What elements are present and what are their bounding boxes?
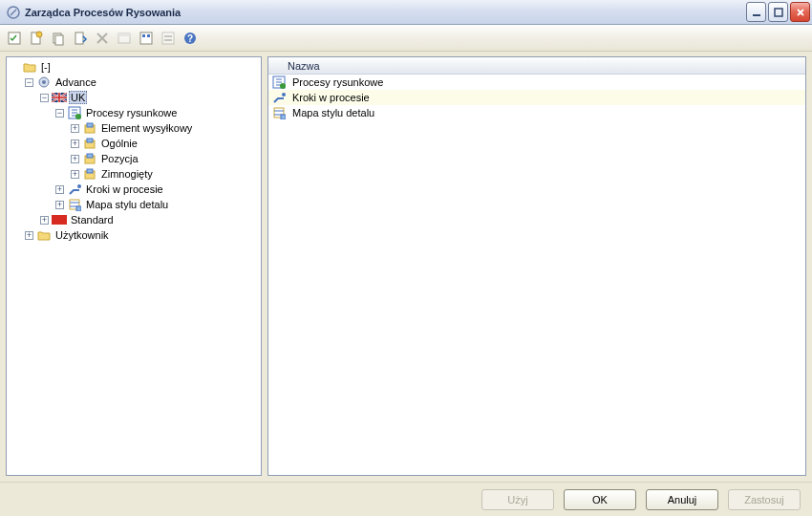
process-icon (271, 75, 287, 90)
close-button[interactable] (790, 2, 810, 22)
list-panel: Nazwa Procesy rysunkowe Kroki w procesie… (267, 56, 806, 476)
titlebar: Zarządca Procesów Rysowania (0, 0, 812, 25)
gear-icon (36, 75, 52, 90)
svg-rect-13 (147, 34, 150, 37)
list-item[interactable]: Kroki w procesie (268, 90, 805, 105)
tree-kroki[interactable]: + Kroki w procesie (7, 182, 261, 197)
folder-item-icon (82, 136, 97, 151)
tree-procesy[interactable]: − Procesy rysunkowe (7, 105, 261, 120)
ok-button[interactable]: OK (564, 489, 636, 510)
delete-icon[interactable] (92, 28, 113, 49)
flag-red-icon (52, 212, 67, 227)
svg-rect-14 (162, 32, 174, 44)
svg-rect-31 (87, 169, 93, 173)
list-item[interactable]: Procesy rysunkowe (268, 75, 805, 90)
svg-point-38 (282, 93, 286, 97)
tree-uzytkownik[interactable]: + Użytkownik (7, 227, 261, 243)
tree-uk[interactable]: − UK (7, 90, 261, 105)
svg-rect-1 (753, 14, 760, 16)
cancel-button[interactable]: Anuluj (646, 489, 718, 510)
new-doc-icon[interactable] (26, 28, 47, 49)
svg-rect-34 (76, 206, 81, 211)
tree-element[interactable]: + Element wysyłkowy (7, 120, 261, 136)
svg-point-5 (36, 32, 42, 37)
svg-rect-25 (87, 123, 93, 127)
collapse-icon[interactable]: − (40, 94, 49, 102)
folder-item-icon (82, 151, 97, 166)
svg-text:?: ? (187, 33, 193, 44)
collapse-icon[interactable]: − (55, 109, 64, 118)
steps-icon (271, 90, 287, 105)
collapse-icon[interactable]: − (25, 78, 33, 87)
tree-standard[interactable]: + Standard (7, 212, 261, 227)
map-icon (271, 105, 287, 120)
tree-root[interactable]: [-] (7, 59, 261, 75)
folder-icon (36, 227, 52, 243)
tree-zimno[interactable]: + Zimnogięty (7, 166, 261, 182)
folder-item-icon (82, 166, 97, 182)
list-item[interactable]: Mapa stylu detalu (268, 105, 805, 120)
list-header-name[interactable]: Nazwa (268, 57, 805, 75)
svg-rect-8 (75, 32, 83, 44)
view-b-icon[interactable] (158, 28, 179, 49)
flag-uk-icon (52, 90, 67, 105)
svg-point-37 (280, 83, 286, 89)
maximize-button[interactable] (768, 2, 788, 22)
svg-rect-12 (142, 34, 145, 37)
tree-panel: [-] − Advance − UK − Procesy rysunkowe (6, 56, 262, 476)
expand-icon[interactable]: + (71, 155, 79, 163)
copy-icon[interactable] (48, 28, 69, 49)
expand-icon[interactable]: + (55, 185, 64, 194)
steps-icon (67, 182, 82, 197)
tree-mapa[interactable]: + Mapa stylu detalu (7, 197, 261, 212)
dialog-buttons: Użyj OK Anuluj Zastosuj (0, 482, 812, 516)
expand-icon[interactable]: + (55, 201, 64, 209)
folder-item-icon (82, 120, 97, 136)
tree-ogolnie[interactable]: + Ogólnie (7, 136, 261, 151)
svg-rect-10 (118, 33, 130, 36)
expand-icon[interactable]: + (71, 170, 79, 179)
apply-button[interactable]: Zastosuj (728, 489, 801, 510)
svg-rect-27 (87, 139, 93, 142)
svg-rect-11 (140, 32, 152, 44)
svg-rect-35 (52, 215, 67, 225)
expand-icon[interactable]: + (40, 216, 49, 225)
svg-rect-15 (164, 35, 172, 37)
expand-icon[interactable]: + (25, 231, 33, 240)
view-a-icon[interactable] (136, 28, 157, 49)
svg-point-20 (42, 80, 46, 84)
minimize-button[interactable] (746, 2, 766, 22)
expand-icon[interactable]: + (71, 140, 79, 148)
checklist-icon[interactable] (4, 28, 25, 49)
tree-pozycja[interactable]: + Pozycja (7, 151, 261, 166)
svg-rect-2 (775, 9, 782, 16)
expand-icon[interactable]: + (71, 124, 79, 133)
paste-icon[interactable] (70, 28, 91, 49)
svg-point-23 (75, 114, 81, 119)
tree-advance[interactable]: − Advance (7, 75, 261, 90)
map-icon (67, 197, 82, 212)
process-icon (67, 105, 82, 120)
toolbar: ? (0, 25, 812, 52)
help-icon[interactable]: ? (180, 28, 201, 49)
svg-rect-40 (281, 115, 286, 119)
content-area: [-] − Advance − UK − Procesy rysunkowe (0, 52, 812, 482)
svg-rect-29 (87, 154, 93, 158)
window-title: Zarządca Procesów Rysowania (25, 7, 746, 18)
folder-open-icon (22, 59, 37, 75)
svg-rect-16 (164, 39, 172, 41)
svg-rect-7 (55, 35, 63, 45)
use-button[interactable]: Użyj (481, 489, 554, 510)
svg-point-32 (77, 184, 81, 188)
properties-icon[interactable] (114, 28, 135, 49)
app-icon (6, 5, 21, 20)
